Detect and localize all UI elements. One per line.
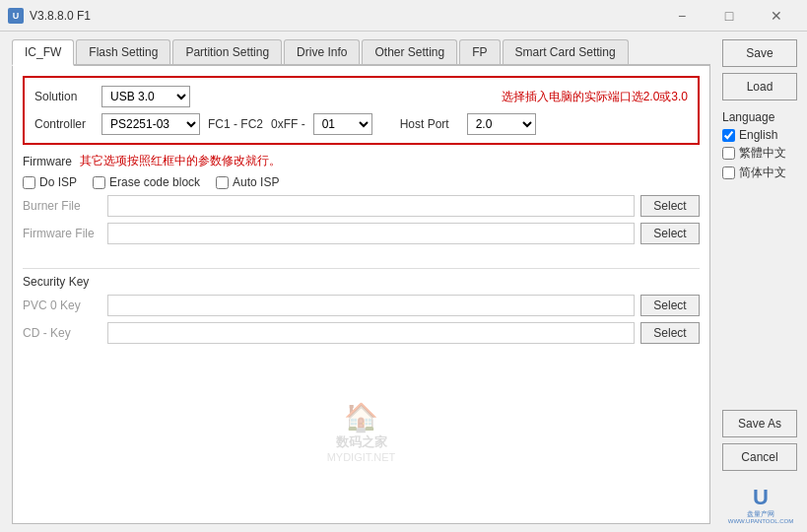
- logo-line2: WWW.UPANTOOL.COM: [722, 518, 799, 524]
- do-isp-label: Do ISP: [39, 175, 77, 189]
- fc-label1: FC1 - FC2: [208, 117, 263, 131]
- burner-file-row: Burner File Select: [23, 195, 700, 217]
- firmware-file-label: Firmware File: [23, 227, 101, 240]
- pvc-key-input[interactable]: [107, 295, 635, 316]
- host-port-select[interactable]: 2.0 3.0: [467, 113, 536, 135]
- fc-select[interactable]: 01 02: [313, 113, 372, 135]
- do-isp-item: Do ISP: [23, 175, 77, 189]
- controller-select[interactable]: PS2251-03 PS2251-07: [101, 113, 200, 135]
- erase-code-checkbox[interactable]: [93, 176, 105, 189]
- load-button[interactable]: Load: [722, 73, 797, 100]
- solution-label: Solution: [34, 90, 94, 103]
- maximize-button[interactable]: □: [706, 4, 752, 28]
- cancel-button[interactable]: Cancel: [722, 443, 797, 471]
- auto-isp-checkbox[interactable]: [216, 176, 229, 189]
- red-note-text: 选择插入电脑的实际端口选2.0或3.0: [198, 89, 688, 105]
- main-window: IC_FW Flash Setting Partition Setting Dr…: [0, 32, 807, 532]
- save-button[interactable]: Save: [722, 39, 797, 67]
- language-section: Language English 繁體中文 简体中文: [722, 110, 799, 184]
- app-icon: U: [8, 8, 24, 24]
- english-lang-item: English: [722, 128, 799, 142]
- do-isp-checkbox[interactable]: [23, 176, 35, 189]
- burner-file-input[interactable]: [107, 195, 635, 217]
- english-checkbox[interactable]: [722, 129, 735, 142]
- traditional-chinese-label: 繁體中文: [739, 145, 786, 162]
- title-bar-text: V3.8.8.0 F1: [30, 9, 659, 23]
- cd-key-label: CD - Key: [23, 326, 101, 340]
- watermark-url: MYDIGIT.NET: [327, 451, 396, 463]
- cd-key-row: CD - Key Select: [23, 322, 700, 344]
- firmware-title: Firmware: [23, 155, 72, 168]
- auto-isp-label: Auto ISP: [233, 175, 279, 189]
- logo-area: U 盘量产网 WWW.UPANTOOL.COM: [722, 485, 799, 524]
- burner-select-button[interactable]: Select: [640, 195, 700, 217]
- title-bar: U V3.8.8.0 F1 − □ ✕: [0, 0, 807, 32]
- window-controls: − □ ✕: [659, 4, 799, 28]
- firmware-file-row: Firmware File Select: [23, 223, 700, 244]
- divider: [23, 268, 700, 269]
- simplified-chinese-label: 简体中文: [739, 165, 786, 181]
- left-panel: IC_FW Flash Setting Partition Setting Dr…: [0, 32, 718, 532]
- traditional-chinese-item: 繁體中文: [722, 145, 799, 162]
- cd-select-button[interactable]: Select: [640, 322, 700, 344]
- cd-key-input[interactable]: [107, 322, 635, 344]
- save-as-button[interactable]: Save As: [722, 410, 797, 437]
- right-sidebar: Save Load Language English 繁體中文 简体中文 Sav…: [718, 32, 807, 532]
- erase-code-item: Erase code block: [93, 175, 200, 189]
- close-button[interactable]: ✕: [754, 4, 799, 28]
- tab-bar: IC_FW Flash Setting Partition Setting Dr…: [12, 39, 710, 66]
- tab-drive-info[interactable]: Drive Info: [284, 39, 360, 64]
- minimize-button[interactable]: −: [659, 4, 705, 28]
- red-section: Solution USB 3.0 USB 2.0 选择插入电脑的实际端口选2.0…: [23, 76, 700, 145]
- host-port-label: Host Port: [400, 117, 459, 131]
- watermark-icon: 🏠: [344, 401, 378, 433]
- english-label: English: [739, 128, 777, 142]
- controller-label: Controller: [34, 117, 94, 131]
- erase-code-label: Erase code block: [109, 175, 200, 189]
- tab-smart-card[interactable]: Smart Card Setting: [503, 39, 629, 64]
- pvc-key-label: PVC 0 Key: [23, 299, 101, 312]
- logo-line1: 盘量产网: [722, 510, 799, 518]
- tab-fp[interactable]: FP: [459, 39, 500, 64]
- content-area: Solution USB 3.0 USB 2.0 选择插入电脑的实际端口选2.0…: [12, 66, 710, 524]
- controller-row: Controller PS2251-03 PS2251-07 FC1 - FC2…: [34, 113, 688, 135]
- firmware-section: Firmware 其它选项按照红框中的参数修改就行。 Do ISP Erase …: [23, 153, 700, 250]
- firmware-file-input[interactable]: [107, 223, 635, 244]
- firmware-header: Firmware 其它选项按照红框中的参数修改就行。: [23, 153, 700, 169]
- spacer: [722, 190, 799, 404]
- pvc-key-row: PVC 0 Key Select: [23, 295, 700, 316]
- watermark-chinese: 数码之家: [336, 433, 387, 451]
- logo-u-icon: U: [722, 485, 799, 510]
- security-key-title: Security Key: [23, 275, 89, 289]
- solution-select[interactable]: USB 3.0 USB 2.0: [101, 86, 190, 107]
- language-title: Language: [722, 110, 799, 124]
- simplified-chinese-item: 简体中文: [722, 165, 799, 181]
- fc-label2: 0xFF -: [271, 117, 305, 131]
- tab-ic-fw[interactable]: IC_FW: [12, 39, 74, 66]
- tab-flash-setting[interactable]: Flash Setting: [76, 39, 170, 64]
- checkbox-row: Do ISP Erase code block Auto ISP: [23, 175, 700, 189]
- burner-file-label: Burner File: [23, 199, 101, 213]
- pvc-select-button[interactable]: Select: [640, 295, 700, 316]
- simplified-chinese-checkbox[interactable]: [722, 166, 735, 179]
- tab-other-setting[interactable]: Other Setting: [362, 39, 457, 64]
- traditional-chinese-checkbox[interactable]: [722, 147, 735, 160]
- firmware-hint: 其它选项按照红框中的参数修改就行。: [80, 153, 281, 169]
- security-section: Security Key PVC 0 Key Select CD - Key S…: [23, 262, 700, 350]
- tab-partition-setting[interactable]: Partition Setting: [172, 39, 282, 64]
- auto-isp-item: Auto ISP: [216, 175, 279, 189]
- firmware-select-button[interactable]: Select: [640, 223, 700, 244]
- watermark-area: 🏠 数码之家 MYDIGIT.NET: [23, 350, 700, 513]
- solution-row: Solution USB 3.0 USB 2.0 选择插入电脑的实际端口选2.0…: [34, 86, 688, 107]
